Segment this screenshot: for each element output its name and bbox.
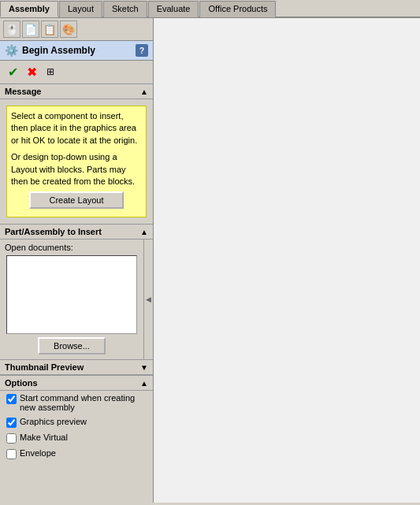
- options-header-label: Options: [5, 378, 38, 388]
- open-docs-list: [6, 255, 137, 334]
- tab-bar: Assembly Layout Sketch Evaluate Office P…: [0, 0, 420, 18]
- option-label-3: Envelope: [20, 448, 56, 458]
- part-assembly-collapse-btn[interactable]: ▲: [140, 228, 148, 236]
- create-layout-button[interactable]: Create Layout: [29, 191, 124, 209]
- option-item-0: Start command when creating new assembly: [0, 391, 153, 414]
- toolbar: 🖱️ 📄 📋 🎨: [0, 18, 153, 41]
- panel-header-title: ⚙️ Begin Assembly: [5, 44, 95, 57]
- message-text2: Or design top-down using a Layout with b…: [11, 151, 142, 188]
- option-item-3: Envelope: [0, 446, 153, 462]
- message-text1: Select a component to insert, then place…: [11, 110, 142, 147]
- part-assembly-header-label: Part/Assembly to Insert: [5, 227, 102, 236]
- left-panel: 🖱️ 📄 📋 🎨 ⚙️ Begin Assembly ? ✔ ✖ ⊞ Messa…: [0, 18, 154, 503]
- assembly-icon: ⚙️: [5, 44, 18, 57]
- main-container: 🖱️ 📄 📋 🎨 ⚙️ Begin Assembly ? ✔ ✖ ⊞ Messa…: [0, 18, 420, 503]
- scroll-indicator[interactable]: ◀: [143, 240, 153, 359]
- message-header-label: Message: [5, 87, 41, 96]
- option-label-0: Start command when creating new assembly: [20, 393, 147, 412]
- toolbar-icon-4[interactable]: 🎨: [60, 20, 77, 38]
- extra-button[interactable]: ⊞: [43, 64, 58, 80]
- option-item-2: Make Virtual: [0, 430, 153, 446]
- thumbnail-collapse-btn[interactable]: ▼: [140, 363, 148, 372]
- action-row: ✔ ✖ ⊞: [0, 61, 153, 84]
- help-button[interactable]: ?: [136, 44, 148, 57]
- ok-button[interactable]: ✔: [5, 64, 20, 80]
- options-collapse-btn[interactable]: ▲: [140, 379, 148, 388]
- browse-button[interactable]: Browse...: [38, 337, 106, 355]
- cancel-button[interactable]: ✖: [24, 64, 39, 80]
- message-box: Select a component to insert, then place…: [6, 106, 147, 217]
- option-checkbox-2[interactable]: [6, 433, 17, 444]
- tab-evaluate[interactable]: Evaluate: [148, 1, 199, 17]
- toolbar-icon-2[interactable]: 📄: [22, 20, 39, 38]
- tab-assembly[interactable]: Assembly: [0, 1, 58, 17]
- tab-office-products[interactable]: Office Products: [199, 1, 276, 17]
- options-content: Start command when creating new assembly…: [0, 391, 153, 462]
- option-checkbox-0[interactable]: [6, 394, 17, 404]
- option-checkbox-3[interactable]: [6, 449, 17, 459]
- part-assembly-content: Open documents: Browse... ◀: [0, 240, 153, 359]
- tab-sketch[interactable]: Sketch: [103, 1, 147, 17]
- option-checkbox-1[interactable]: [6, 418, 17, 428]
- message-section-header: Message ▲: [0, 84, 153, 99]
- option-label-1: Graphics preview: [20, 417, 87, 426]
- right-panel: [154, 18, 420, 503]
- option-item-1: Graphics preview: [0, 414, 153, 430]
- panel-title: Begin Assembly: [22, 45, 95, 56]
- tab-layout[interactable]: Layout: [59, 1, 102, 17]
- part-assembly-panel-content: Open documents: Browse...: [0, 240, 143, 359]
- message-collapse-btn[interactable]: ▲: [140, 87, 148, 96]
- toolbar-icon-1[interactable]: 🖱️: [3, 20, 20, 38]
- options-section-header: Options ▲: [0, 375, 153, 391]
- panel-header: ⚙️ Begin Assembly ?: [0, 41, 153, 61]
- open-docs-label: Open documents:: [0, 240, 143, 254]
- thumbnail-header-label: Thumbnail Preview: [5, 362, 84, 372]
- toolbar-icon-3[interactable]: 📋: [41, 20, 58, 38]
- thumbnail-section-header: Thumbnail Preview ▼: [0, 359, 153, 375]
- option-label-2: Make Virtual: [20, 433, 68, 442]
- part-assembly-section-header: Part/Assembly to Insert ▲: [0, 224, 153, 240]
